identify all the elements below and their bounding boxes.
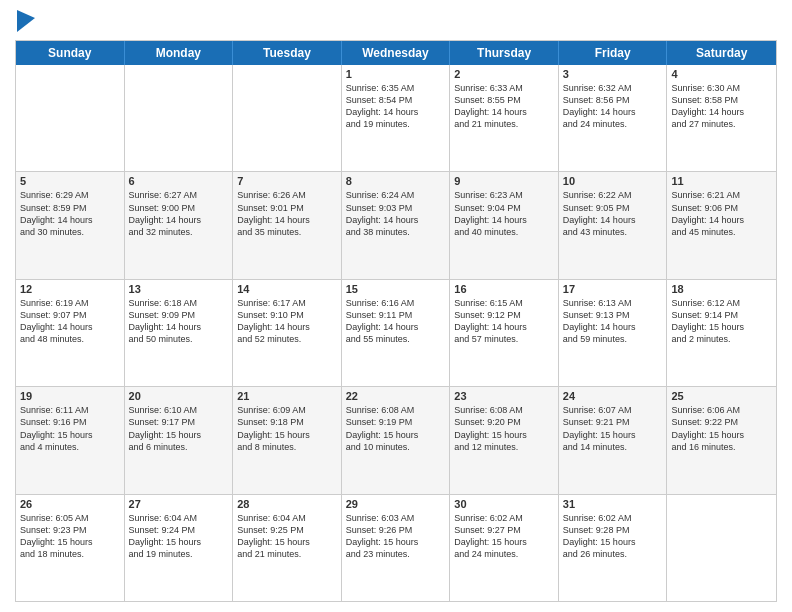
cell-info: Sunrise: 6:15 AM Sunset: 9:12 PM Dayligh…	[454, 297, 554, 346]
calendar-cell: 27Sunrise: 6:04 AM Sunset: 9:24 PM Dayli…	[125, 495, 234, 601]
calendar-cell: 10Sunrise: 6:22 AM Sunset: 9:05 PM Dayli…	[559, 172, 668, 278]
day-number: 23	[454, 390, 554, 402]
calendar-cell	[233, 65, 342, 171]
day-number: 10	[563, 175, 663, 187]
calendar-body: 1Sunrise: 6:35 AM Sunset: 8:54 PM Daylig…	[16, 65, 776, 601]
calendar-cell: 15Sunrise: 6:16 AM Sunset: 9:11 PM Dayli…	[342, 280, 451, 386]
svg-marker-0	[17, 10, 35, 32]
calendar-cell: 17Sunrise: 6:13 AM Sunset: 9:13 PM Dayli…	[559, 280, 668, 386]
calendar-cell: 26Sunrise: 6:05 AM Sunset: 9:23 PM Dayli…	[16, 495, 125, 601]
day-number: 8	[346, 175, 446, 187]
cell-info: Sunrise: 6:02 AM Sunset: 9:28 PM Dayligh…	[563, 512, 663, 561]
day-number: 15	[346, 283, 446, 295]
day-number: 4	[671, 68, 772, 80]
day-number: 17	[563, 283, 663, 295]
cell-info: Sunrise: 6:08 AM Sunset: 9:20 PM Dayligh…	[454, 404, 554, 453]
day-number: 28	[237, 498, 337, 510]
cell-info: Sunrise: 6:19 AM Sunset: 9:07 PM Dayligh…	[20, 297, 120, 346]
day-number: 7	[237, 175, 337, 187]
cell-info: Sunrise: 6:04 AM Sunset: 9:25 PM Dayligh…	[237, 512, 337, 561]
calendar-cell: 3Sunrise: 6:32 AM Sunset: 8:56 PM Daylig…	[559, 65, 668, 171]
calendar-header-cell: Saturday	[667, 41, 776, 65]
cell-info: Sunrise: 6:21 AM Sunset: 9:06 PM Dayligh…	[671, 189, 772, 238]
calendar-week-row: 12Sunrise: 6:19 AM Sunset: 9:07 PM Dayli…	[16, 280, 776, 387]
calendar-cell: 22Sunrise: 6:08 AM Sunset: 9:19 PM Dayli…	[342, 387, 451, 493]
cell-info: Sunrise: 6:18 AM Sunset: 9:09 PM Dayligh…	[129, 297, 229, 346]
calendar-cell: 2Sunrise: 6:33 AM Sunset: 8:55 PM Daylig…	[450, 65, 559, 171]
day-number: 12	[20, 283, 120, 295]
calendar-cell: 6Sunrise: 6:27 AM Sunset: 9:00 PM Daylig…	[125, 172, 234, 278]
day-number: 19	[20, 390, 120, 402]
cell-info: Sunrise: 6:17 AM Sunset: 9:10 PM Dayligh…	[237, 297, 337, 346]
calendar-cell: 23Sunrise: 6:08 AM Sunset: 9:20 PM Dayli…	[450, 387, 559, 493]
cell-info: Sunrise: 6:24 AM Sunset: 9:03 PM Dayligh…	[346, 189, 446, 238]
calendar-cell: 9Sunrise: 6:23 AM Sunset: 9:04 PM Daylig…	[450, 172, 559, 278]
day-number: 6	[129, 175, 229, 187]
calendar-cell: 4Sunrise: 6:30 AM Sunset: 8:58 PM Daylig…	[667, 65, 776, 171]
calendar-cell: 5Sunrise: 6:29 AM Sunset: 8:59 PM Daylig…	[16, 172, 125, 278]
cell-info: Sunrise: 6:23 AM Sunset: 9:04 PM Dayligh…	[454, 189, 554, 238]
cell-info: Sunrise: 6:13 AM Sunset: 9:13 PM Dayligh…	[563, 297, 663, 346]
calendar-cell	[125, 65, 234, 171]
day-number: 13	[129, 283, 229, 295]
day-number: 9	[454, 175, 554, 187]
cell-info: Sunrise: 6:02 AM Sunset: 9:27 PM Dayligh…	[454, 512, 554, 561]
calendar-cell	[16, 65, 125, 171]
calendar-cell: 28Sunrise: 6:04 AM Sunset: 9:25 PM Dayli…	[233, 495, 342, 601]
calendar: SundayMondayTuesdayWednesdayThursdayFrid…	[15, 40, 777, 602]
calendar-cell: 25Sunrise: 6:06 AM Sunset: 9:22 PM Dayli…	[667, 387, 776, 493]
calendar-cell: 11Sunrise: 6:21 AM Sunset: 9:06 PM Dayli…	[667, 172, 776, 278]
cell-info: Sunrise: 6:11 AM Sunset: 9:16 PM Dayligh…	[20, 404, 120, 453]
cell-info: Sunrise: 6:08 AM Sunset: 9:19 PM Dayligh…	[346, 404, 446, 453]
cell-info: Sunrise: 6:22 AM Sunset: 9:05 PM Dayligh…	[563, 189, 663, 238]
day-number: 2	[454, 68, 554, 80]
calendar-cell: 30Sunrise: 6:02 AM Sunset: 9:27 PM Dayli…	[450, 495, 559, 601]
calendar-week-row: 26Sunrise: 6:05 AM Sunset: 9:23 PM Dayli…	[16, 495, 776, 601]
day-number: 16	[454, 283, 554, 295]
calendar-week-row: 1Sunrise: 6:35 AM Sunset: 8:54 PM Daylig…	[16, 65, 776, 172]
calendar-header-cell: Wednesday	[342, 41, 451, 65]
day-number: 25	[671, 390, 772, 402]
day-number: 20	[129, 390, 229, 402]
day-number: 27	[129, 498, 229, 510]
day-number: 18	[671, 283, 772, 295]
header	[15, 10, 777, 32]
calendar-header-cell: Monday	[125, 41, 234, 65]
cell-info: Sunrise: 6:05 AM Sunset: 9:23 PM Dayligh…	[20, 512, 120, 561]
day-number: 21	[237, 390, 337, 402]
calendar-cell: 18Sunrise: 6:12 AM Sunset: 9:14 PM Dayli…	[667, 280, 776, 386]
day-number: 1	[346, 68, 446, 80]
calendar-cell: 16Sunrise: 6:15 AM Sunset: 9:12 PM Dayli…	[450, 280, 559, 386]
cell-info: Sunrise: 6:16 AM Sunset: 9:11 PM Dayligh…	[346, 297, 446, 346]
day-number: 31	[563, 498, 663, 510]
calendar-cell: 8Sunrise: 6:24 AM Sunset: 9:03 PM Daylig…	[342, 172, 451, 278]
cell-info: Sunrise: 6:32 AM Sunset: 8:56 PM Dayligh…	[563, 82, 663, 131]
calendar-week-row: 19Sunrise: 6:11 AM Sunset: 9:16 PM Dayli…	[16, 387, 776, 494]
logo-icon	[17, 10, 35, 32]
day-number: 5	[20, 175, 120, 187]
day-number: 26	[20, 498, 120, 510]
day-number: 14	[237, 283, 337, 295]
cell-info: Sunrise: 6:33 AM Sunset: 8:55 PM Dayligh…	[454, 82, 554, 131]
calendar-cell: 7Sunrise: 6:26 AM Sunset: 9:01 PM Daylig…	[233, 172, 342, 278]
cell-info: Sunrise: 6:12 AM Sunset: 9:14 PM Dayligh…	[671, 297, 772, 346]
day-number: 22	[346, 390, 446, 402]
cell-info: Sunrise: 6:26 AM Sunset: 9:01 PM Dayligh…	[237, 189, 337, 238]
calendar-header-cell: Thursday	[450, 41, 559, 65]
calendar-cell: 14Sunrise: 6:17 AM Sunset: 9:10 PM Dayli…	[233, 280, 342, 386]
calendar-cell: 20Sunrise: 6:10 AM Sunset: 9:17 PM Dayli…	[125, 387, 234, 493]
cell-info: Sunrise: 6:09 AM Sunset: 9:18 PM Dayligh…	[237, 404, 337, 453]
day-number: 24	[563, 390, 663, 402]
calendar-header-row: SundayMondayTuesdayWednesdayThursdayFrid…	[16, 41, 776, 65]
cell-info: Sunrise: 6:07 AM Sunset: 9:21 PM Dayligh…	[563, 404, 663, 453]
page: SundayMondayTuesdayWednesdayThursdayFrid…	[0, 0, 792, 612]
cell-info: Sunrise: 6:10 AM Sunset: 9:17 PM Dayligh…	[129, 404, 229, 453]
logo	[15, 10, 39, 32]
cell-info: Sunrise: 6:29 AM Sunset: 8:59 PM Dayligh…	[20, 189, 120, 238]
day-number: 29	[346, 498, 446, 510]
calendar-cell: 12Sunrise: 6:19 AM Sunset: 9:07 PM Dayli…	[16, 280, 125, 386]
day-number: 3	[563, 68, 663, 80]
day-number: 30	[454, 498, 554, 510]
calendar-cell	[667, 495, 776, 601]
calendar-cell: 13Sunrise: 6:18 AM Sunset: 9:09 PM Dayli…	[125, 280, 234, 386]
